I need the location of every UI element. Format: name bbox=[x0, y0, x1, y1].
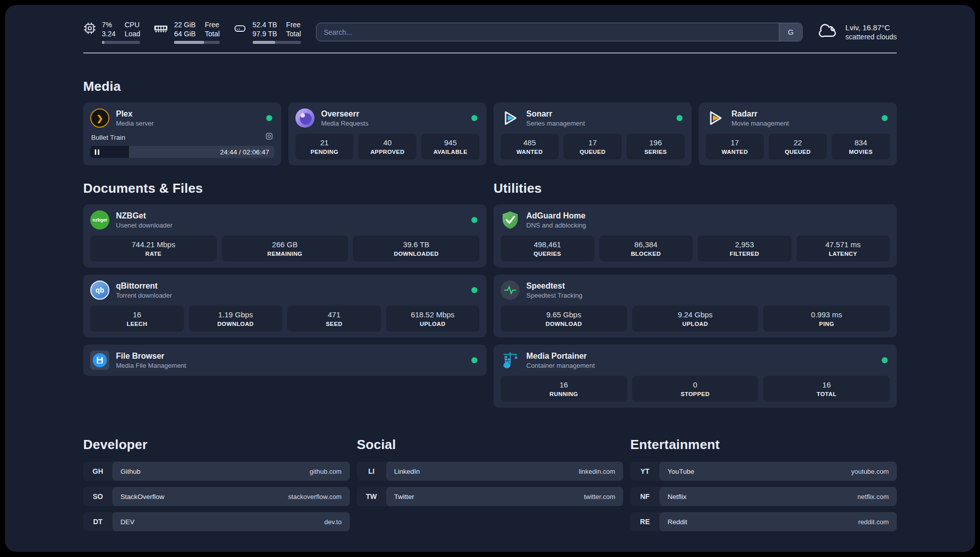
bookmark-name: Github bbox=[120, 468, 141, 475]
stat-movies: 834 MOVIES bbox=[832, 134, 890, 159]
card-subtitle: Series management bbox=[526, 119, 670, 128]
card-title: Radarr bbox=[731, 108, 875, 119]
search-engine-button[interactable]: G bbox=[779, 23, 802, 41]
card-title: File Browser bbox=[116, 351, 465, 361]
section-title-social: Social bbox=[357, 437, 624, 453]
stat-queries: 498,461 QUERIES bbox=[501, 236, 594, 261]
memory-total-value: 64 GiB bbox=[174, 29, 196, 38]
card-radarr[interactable]: Radarr Movie management 17 WANTED 22 QUE… bbox=[699, 102, 897, 165]
storage-progress-bar bbox=[253, 41, 301, 44]
weather-location-temp: Lviv, 16.87°C bbox=[845, 23, 897, 32]
bookmark-url: stackoverflow.com bbox=[288, 493, 341, 500]
bookmark-netflix[interactable]: NF Netflix netflix.com bbox=[630, 487, 897, 506]
speedtest-pulse-icon bbox=[501, 281, 520, 300]
plex-icon: ❯ bbox=[90, 108, 109, 128]
bookmark-name: DEV bbox=[120, 518, 135, 526]
stat-download: 9.65 Gbps DOWNLOAD bbox=[501, 306, 627, 331]
bookmark-stackoverflow[interactable]: SO StackOverflow stackoverflow.com bbox=[83, 487, 350, 506]
card-adguard[interactable]: AdGuard Home DNS and adblocking 498,461 … bbox=[494, 204, 897, 267]
card-title: Media Portainer bbox=[526, 351, 875, 361]
stat-ping: 0.993 ms PING bbox=[763, 306, 890, 331]
stat-rate: 744.21 Mbps RATE bbox=[90, 236, 217, 261]
search-input[interactable] bbox=[316, 23, 803, 41]
status-dot bbox=[471, 357, 477, 363]
section-title-media: Media bbox=[83, 79, 897, 94]
utilities-column: Utilities AdGuard Home DNS and adblockin… bbox=[494, 181, 897, 408]
card-filebrowser[interactable]: File Browser Media File Management bbox=[83, 345, 486, 376]
card-subtitle: Media File Management bbox=[116, 361, 465, 370]
bookmark-name: StackOverflow bbox=[120, 493, 164, 500]
card-speedtest[interactable]: Speedtest Speedtest Tracking 9.65 Gbps D… bbox=[494, 274, 897, 338]
bookmark-linkedin[interactable]: LI LinkedIn linkedin.com bbox=[357, 462, 624, 481]
card-plex[interactable]: ❯ Plex Media server Bullet Train bbox=[83, 102, 281, 165]
cpu-usage-label: CPU bbox=[125, 20, 140, 29]
search-bar: G bbox=[316, 23, 803, 41]
section-title-documents: Documents & Files bbox=[83, 181, 486, 196]
stat-total: 16 TOTAL bbox=[763, 376, 890, 402]
bookmark-abbr: RE bbox=[630, 512, 659, 531]
bookmarks-developer: Developer GH Github github.com SO StackO… bbox=[83, 437, 350, 531]
nzbget-icon: nzbget bbox=[90, 210, 109, 230]
bookmark-name: Twitter bbox=[394, 493, 414, 500]
bookmark-twitter[interactable]: TW Twitter twitter.com bbox=[357, 487, 624, 506]
playback-time: 24:44 / 02:06:47 bbox=[220, 148, 269, 156]
card-title: qBittorrent bbox=[116, 281, 465, 291]
storage-free-value: 52.4 TB bbox=[253, 20, 277, 29]
stat-seed: 471 SEED bbox=[287, 306, 381, 331]
system-stats: 7% 3.24 CPU Load bbox=[83, 20, 301, 44]
storage-free-label: Free bbox=[286, 20, 301, 29]
bookmark-url: reddit.com bbox=[858, 518, 889, 526]
card-overseerr[interactable]: Overseerr Media Requests 21 PENDING 40 A… bbox=[288, 102, 486, 165]
stat-latency: 47.571 ms LATENCY bbox=[797, 236, 890, 261]
stat-series: 196 SERIES bbox=[627, 134, 685, 159]
card-subtitle: DNS and adblocking bbox=[526, 221, 890, 230]
bookmark-youtube[interactable]: YT YouTube youtube.com bbox=[630, 462, 897, 481]
card-portainer[interactable]: Media Portainer Container management 16 … bbox=[494, 345, 897, 408]
card-nzbget[interactable]: nzbget NZBGet Usenet downloader 744.21 M… bbox=[83, 204, 486, 267]
bookmarks-entertainment: Entertainment YT YouTube youtube.com NF … bbox=[630, 437, 897, 531]
session-info-icon[interactable] bbox=[265, 132, 273, 142]
media-grid: ❯ Plex Media server Bullet Train bbox=[83, 102, 897, 165]
bookmark-url: github.com bbox=[310, 468, 342, 475]
bookmark-abbr: TW bbox=[357, 487, 386, 506]
dashboard: 7% 3.24 CPU Load bbox=[5, 5, 975, 552]
bookmark-abbr: DT bbox=[83, 512, 112, 531]
memory-free-label: Free bbox=[205, 20, 220, 29]
section-title-utilities: Utilities bbox=[494, 181, 897, 196]
bookmark-dev[interactable]: DT DEV dev.to bbox=[83, 512, 350, 531]
card-sonarr[interactable]: Sonarr Series management 485 WANTED 17 Q… bbox=[494, 102, 692, 165]
radarr-icon bbox=[706, 108, 725, 128]
weather-widget: Lviv, 16.87°C scattered clouds bbox=[818, 23, 897, 42]
status-dot bbox=[471, 217, 477, 223]
bookmark-reddit[interactable]: RE Reddit reddit.com bbox=[630, 512, 897, 531]
stat-running: 16 RUNNING bbox=[501, 376, 627, 402]
stat-available: 945 AVAILABLE bbox=[421, 134, 479, 159]
card-subtitle: Media Requests bbox=[321, 119, 465, 128]
stat-download: 1.19 Gbps DOWNLOAD bbox=[189, 306, 283, 331]
card-title: Sonarr bbox=[526, 108, 670, 119]
pause-icon[interactable] bbox=[95, 149, 99, 155]
stat-upload: 618.52 Mbps UPLOAD bbox=[386, 306, 480, 331]
memory-free-value: 22 GiB bbox=[174, 20, 196, 29]
playback-progress-bar[interactable]: 24:44 / 02:06:47 bbox=[90, 146, 274, 158]
card-title: Overseerr bbox=[321, 108, 465, 119]
cpu-progress-bar bbox=[102, 41, 140, 44]
cpu-usage-value: 7% bbox=[102, 20, 115, 29]
bookmark-github[interactable]: GH Github github.com bbox=[83, 462, 350, 481]
stat-downloaded: 39.6 TB DOWNLOADED bbox=[353, 236, 479, 261]
overseerr-icon bbox=[295, 108, 315, 128]
stat-remaining: 266 GB REMAINING bbox=[222, 236, 348, 261]
cpu-load-label: Load bbox=[125, 29, 140, 38]
memory-progress-bar bbox=[174, 41, 219, 44]
cpu-load-value: 3.24 bbox=[102, 29, 115, 38]
bookmark-abbr: GH bbox=[83, 462, 112, 481]
stat-wanted: 17 WANTED bbox=[706, 134, 764, 159]
stat-upload: 9.24 Gbps UPLOAD bbox=[632, 306, 759, 331]
card-qbittorrent[interactable]: qb qBittorrent Torrent downloader 16 LEE… bbox=[83, 274, 486, 338]
bookmark-url: dev.to bbox=[324, 518, 341, 526]
status-dot bbox=[677, 115, 683, 121]
documents-column: Documents & Files nzbget NZBGet Usenet d… bbox=[83, 181, 486, 408]
sonarr-icon bbox=[501, 108, 520, 128]
stat-filtered: 2,953 FILTERED bbox=[698, 236, 791, 261]
status-dot bbox=[882, 115, 888, 121]
